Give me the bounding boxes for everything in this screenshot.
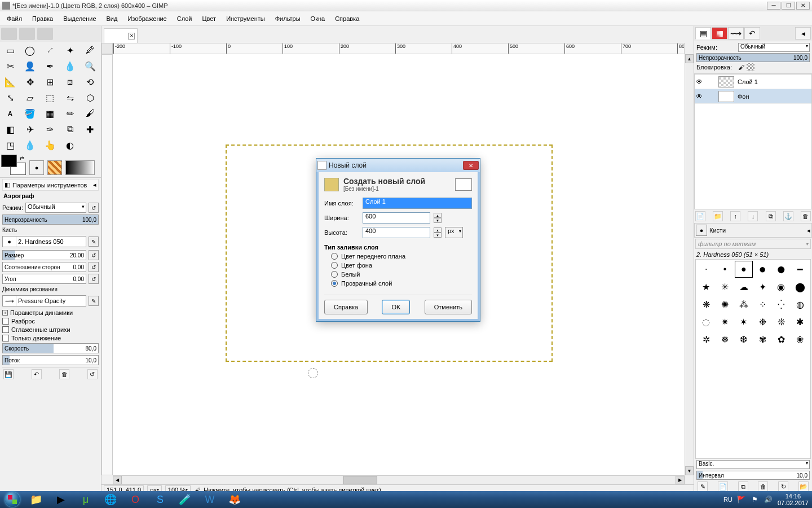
brush-preset-dropdown[interactable]: Basic. [696, 460, 810, 469]
ruler-horizontal[interactable]: -200-1000 100200300 400500600 700800900 [113, 43, 685, 54]
taskbar-skype[interactable]: S [148, 492, 173, 507]
active-pattern-preview[interactable] [47, 160, 62, 175]
layer-visibility-icon[interactable]: 👁 [696, 78, 704, 86]
brush-item[interactable]: ⁂ [735, 296, 753, 313]
layer-name[interactable]: Фон [738, 93, 749, 100]
tool-opt-reset-button[interactable]: ↺ [87, 369, 98, 379]
ratio-slider[interactable]: Соотношение сторон 0,00 [2, 262, 86, 272]
active-brush-preview[interactable]: ● [29, 160, 44, 175]
tool-perspective-clone[interactable]: ◳ [1, 138, 19, 152]
brush-item[interactable]: ✳ [716, 278, 734, 295]
brush-item[interactable]: ● [735, 261, 753, 278]
tool-perspective[interactable]: ⬚ [41, 90, 59, 105]
tool-airbrush[interactable]: ✈ [21, 122, 39, 137]
ok-button[interactable]: OK [382, 300, 410, 314]
tool-color-picker[interactable]: 💧 [61, 59, 79, 73]
tool-bucket[interactable]: 🪣 [21, 106, 39, 121]
tool-paintbrush[interactable]: 🖌 [81, 106, 99, 121]
dock-menu-icon[interactable]: ◂ [93, 181, 96, 189]
scrollbar-vertical[interactable]: ▲ ▼ [685, 54, 694, 475]
layer-row[interactable]: 👁 Фон [695, 89, 811, 104]
brush-interval-slider[interactable]: Интервал 10,0 [696, 471, 810, 480]
fill-option-background[interactable]: Цвет фона [331, 262, 472, 269]
brush-edit-button[interactable]: ✎ [89, 237, 99, 247]
layer-group-button[interactable]: 📁 [713, 211, 723, 221]
tool-cage[interactable]: ⬡ [81, 90, 99, 105]
tool-shear[interactable]: ▱ [21, 90, 39, 105]
brush-item[interactable]: ⁘ [753, 296, 771, 313]
brush-item[interactable]: ✾ [753, 331, 771, 348]
height-down-button[interactable]: ▼ [434, 233, 442, 238]
tab-paths[interactable]: ⟿ [728, 27, 744, 40]
tool-scissors[interactable]: ✂ [1, 59, 19, 73]
menu-image[interactable]: Изображение [123, 14, 171, 24]
brush-item[interactable]: ❆ [735, 331, 753, 348]
menu-select[interactable]: Выделение [59, 14, 100, 24]
brush-item[interactable]: ◍ [791, 296, 809, 313]
brush-item[interactable]: ● [772, 261, 790, 278]
brush-item[interactable]: ◉ [772, 278, 790, 295]
dialog-close-button[interactable]: ✕ [463, 161, 479, 170]
tab-layers[interactable]: ▤ [695, 27, 711, 40]
ratio-reset-button[interactable]: ↺ [89, 262, 99, 272]
scroll-h-thumb[interactable] [343, 476, 377, 484]
tray-volume-icon[interactable]: 🔊 [764, 495, 773, 504]
layer-delete-button[interactable]: 🗑 [801, 211, 811, 221]
menu-view[interactable]: Вид [102, 14, 122, 24]
start-button[interactable] [1, 492, 24, 507]
layer-duplicate-button[interactable]: ⧉ [766, 211, 776, 221]
layer-anchor-button[interactable]: ⚓ [783, 211, 793, 221]
brush-item[interactable]: ★ [697, 278, 715, 295]
brush-item[interactable]: ❋ [697, 296, 715, 313]
foreground-background-colors[interactable]: ⇄ [1, 155, 26, 175]
brush-item[interactable]: ❅ [716, 331, 734, 348]
tool-ink[interactable]: ✑ [41, 122, 59, 137]
close-button[interactable]: ✕ [796, 2, 810, 10]
tool-rotate[interactable]: ⟲ [81, 75, 99, 89]
brush-item[interactable]: ● [753, 261, 771, 278]
dialog-titlebar[interactable]: Новый слой ✕ [316, 159, 480, 172]
dynamics-selector[interactable]: ⟿ Pressure Opacity [2, 295, 86, 306]
tray-flag-icon[interactable]: 🚩 [737, 495, 746, 504]
tool-paths[interactable]: ✒ [41, 59, 59, 73]
layer-up-button[interactable]: ↑ [730, 211, 740, 221]
tool-opt-restore-button[interactable]: ↶ [32, 369, 42, 379]
layer-down-button[interactable]: ↓ [748, 211, 758, 221]
lock-alpha-icon[interactable] [747, 63, 754, 71]
tool-ellipse-select[interactable]: ◯ [21, 43, 39, 58]
brushes-menu-button[interactable]: ◂ [807, 227, 810, 234]
taskbar-app1[interactable]: 🧪 [173, 492, 197, 507]
layer-name-input[interactable]: Слой 1 [363, 198, 472, 209]
brush-item[interactable]: ✶ [735, 313, 753, 330]
taskbar-word[interactable]: W [197, 492, 222, 507]
tool-smudge[interactable]: 👆 [41, 138, 59, 152]
document-tab[interactable]: ✕ [104, 28, 138, 43]
dynamics-edit-button[interactable]: ✎ [89, 296, 99, 306]
fill-option-transparent[interactable]: Прозрачный слой [331, 280, 472, 287]
brush-selector[interactable]: ● 2. Hardness 050 [2, 236, 86, 247]
dynamics-params-expander[interactable]: + Параметры динамики [2, 309, 99, 316]
brush-duplicate-button[interactable]: ⧉ [738, 481, 748, 492]
swap-colors-icon[interactable]: ⇄ [20, 155, 24, 161]
maximize-button[interactable]: ☐ [782, 2, 795, 10]
height-input[interactable]: 400 [363, 227, 430, 238]
brush-edit-button[interactable]: ✎ [698, 481, 708, 492]
smooth-checkbox[interactable]: Сглаженные штрихи [2, 326, 99, 333]
taskbar-utorrent[interactable]: μ [73, 492, 98, 507]
mode-reset-button[interactable]: ↺ [89, 203, 99, 213]
lock-pixels-icon[interactable]: 🖌 [738, 64, 744, 71]
menu-file[interactable]: Файл [2, 14, 27, 24]
tool-fuzzy-select[interactable]: ✦ [61, 43, 79, 58]
tool-zoom[interactable]: 🔍 [81, 59, 99, 73]
tool-scale[interactable]: ⤡ [1, 90, 19, 105]
tool-heal[interactable]: ✚ [81, 122, 99, 137]
tool-foreground[interactable]: 👤 [21, 59, 39, 73]
tab-undo[interactable]: ↶ [744, 27, 760, 40]
brush-delete-button[interactable]: 🗑 [758, 481, 768, 492]
brush-item[interactable]: ✱ [791, 313, 809, 330]
menu-filters[interactable]: Фильтры [271, 14, 305, 24]
panel-menu-button[interactable]: ◂ [795, 27, 811, 40]
scroll-up-button[interactable]: ▲ [685, 54, 694, 63]
tool-flip[interactable]: ⇋ [61, 90, 79, 105]
scroll-down-button[interactable]: ▼ [685, 466, 694, 475]
